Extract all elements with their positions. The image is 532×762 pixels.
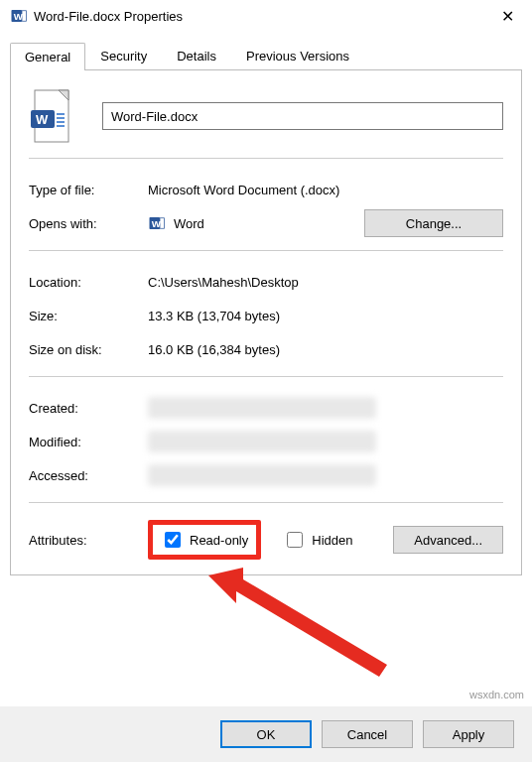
row-opens-with: Opens with: W Word Change... [29, 206, 503, 240]
cancel-button[interactable]: Cancel [322, 720, 413, 748]
label-accessed: Accessed: [29, 468, 148, 483]
panel-general: W Type of file: Microsoft Word Document … [10, 70, 522, 575]
tabstrip: General Security Details Previous Versio… [10, 42, 522, 70]
checkbox-readonly[interactable]: Read-only [161, 529, 248, 551]
tab-previous-versions[interactable]: Previous Versions [231, 42, 364, 69]
tab-general[interactable]: General [10, 43, 85, 70]
label-type-of-file: Type of file: [29, 183, 148, 197]
divider [29, 250, 503, 251]
value-type-of-file: Microsoft Word Document (.docx) [148, 183, 503, 197]
row-modified: Modified: [29, 425, 503, 458]
value-location: C:\Users\Mahesh\Desktop [148, 275, 503, 290]
footer: OK Cancel Apply [0, 706, 532, 762]
row-size-on-disk: Size on disk: 16.0 KB (16,384 bytes) [29, 332, 503, 366]
change-button[interactable]: Change... [364, 209, 503, 237]
row-accessed: Accessed: [29, 458, 503, 492]
checkbox-readonly-label: Read-only [190, 533, 248, 548]
divider [29, 376, 503, 377]
file-row: W [29, 88, 503, 144]
tab-details[interactable]: Details [162, 42, 231, 69]
checkbox-hidden[interactable]: Hidden [283, 529, 352, 551]
label-size-on-disk: Size on disk: [29, 342, 148, 357]
row-created: Created: [29, 391, 503, 425]
label-size: Size: [29, 309, 148, 323]
word-doc-icon: W [10, 7, 28, 25]
window-title: Word-File.docx Properties [34, 9, 493, 24]
divider [29, 502, 503, 503]
divider [29, 158, 503, 159]
close-icon[interactable]: ✕ [493, 7, 522, 26]
value-size-on-disk: 16.0 KB (16,384 bytes) [148, 342, 503, 357]
label-modified: Modified: [29, 435, 148, 449]
checkbox-hidden-input[interactable] [287, 532, 303, 548]
row-attributes: Attributes: Read-only Hidden Advan [29, 517, 503, 563]
word-file-icon: W [29, 88, 74, 144]
apply-button[interactable]: Apply [423, 720, 514, 748]
label-opens-with: Opens with: [29, 216, 148, 231]
row-location: Location: C:\Users\Mahesh\Desktop [29, 265, 503, 299]
checkbox-readonly-input[interactable] [165, 532, 181, 548]
label-location: Location: [29, 275, 148, 290]
value-size: 13.3 KB (13,704 bytes) [148, 309, 503, 323]
ok-button[interactable]: OK [220, 720, 312, 748]
titlebar: W Word-File.docx Properties ✕ [0, 0, 532, 32]
value-opens-with: Word [174, 216, 204, 231]
row-type-of-file: Type of file: Microsoft Word Document (.… [29, 173, 503, 206]
checkbox-hidden-label: Hidden [312, 533, 352, 548]
watermark: wsxdn.com [469, 689, 524, 700]
advanced-button[interactable]: Advanced... [393, 526, 503, 554]
word-app-icon: W [148, 214, 166, 232]
filename-input[interactable] [102, 102, 503, 130]
tab-security[interactable]: Security [85, 42, 162, 69]
label-created: Created: [29, 401, 148, 416]
svg-text:W: W [152, 218, 162, 229]
label-attributes: Attributes: [29, 533, 148, 548]
svg-text:W: W [36, 112, 49, 127]
value-modified-redacted [148, 431, 376, 452]
row-size: Size: 13.3 KB (13,704 bytes) [29, 299, 503, 332]
dialog-content: General Security Details Previous Versio… [0, 32, 532, 585]
svg-text:W: W [14, 11, 24, 22]
value-created-redacted [148, 397, 376, 419]
value-accessed-redacted [148, 464, 376, 486]
highlight-readonly: Read-only [148, 520, 261, 560]
